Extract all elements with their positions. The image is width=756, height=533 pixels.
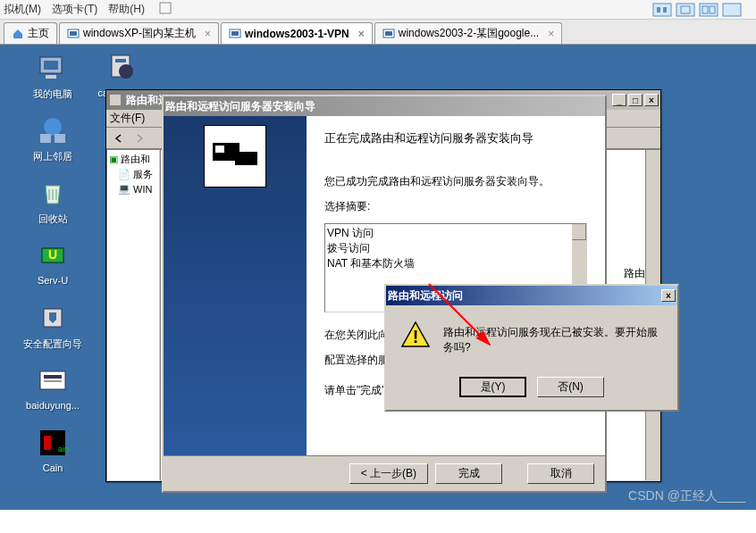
tab-winxp[interactable]: windowsXP-国内某主机 ×	[59, 22, 219, 44]
window-title: 路由和远程访问服务器安装向导	[165, 99, 603, 114]
svg-text:U: U	[48, 247, 57, 262]
svg-rect-20	[115, 59, 126, 62]
computer-icon	[37, 52, 69, 84]
tab-win2003-vpn[interactable]: windows2003-1-VPN ×	[221, 22, 373, 44]
home-icon	[12, 28, 24, 40]
back-button[interactable]	[110, 129, 128, 147]
tab-bar: 主页 windowsXP-国内某主机 × windows2003-1-VPN ×…	[0, 20, 756, 45]
svg-point-21	[119, 64, 133, 79]
icon-label: 回收站	[21, 212, 84, 226]
wizard-summary-label: 选择摘要:	[324, 198, 587, 214]
vm-icon	[382, 28, 395, 40]
wizard-titlebar[interactable]: 路由和远程访问服务器安装向导	[164, 96, 605, 116]
content-text-1: 路由	[624, 266, 645, 281]
svg-rect-1	[653, 4, 671, 16]
no-button[interactable]: 否(N)	[537, 377, 604, 397]
baiduyun-icon	[37, 364, 69, 396]
mmc-tree[interactable]: ▣ 路由和 📄 服务 💻 WIN	[106, 149, 160, 481]
svg-rect-17	[44, 61, 58, 70]
tree-item-win[interactable]: 💻 WIN	[109, 182, 157, 196]
svg-rect-11	[70, 31, 77, 36]
host-menubar: 拟机(M) 选项卡(T) 帮助(H)	[0, 0, 756, 20]
close-icon[interactable]: ×	[358, 28, 365, 40]
toolbar-btn-2[interactable]	[676, 3, 695, 17]
tab-home[interactable]: 主页	[4, 22, 57, 44]
icon-label: Serv-U	[21, 275, 84, 286]
guest-desktop[interactable]: 我的电脑 caipwb.exe 网上邻居 Ne 回收站 U Serv-U 安全配…	[0, 45, 756, 510]
svg-point-22	[44, 118, 62, 136]
wizard-footer: < 上一步(B) 完成 取消	[164, 455, 605, 491]
svg-text:ain: ain	[58, 445, 69, 454]
menu-vm[interactable]: 拟机(M)	[4, 2, 41, 17]
svg-rect-0	[160, 3, 171, 13]
servu-icon: U	[37, 239, 69, 271]
watermark: CSDN @正经人____	[628, 488, 745, 504]
window-title: 路由和远程访问	[388, 288, 661, 304]
svg-rect-2	[657, 7, 660, 12]
summary-item: VPN 访问	[327, 226, 584, 241]
minimize-button[interactable]: _	[612, 94, 626, 106]
svg-rect-3	[663, 7, 667, 12]
back-button[interactable]: < 上一步(B)	[349, 463, 428, 484]
wizard-line1: 您已成功完成路由和远程访问服务器安装向导。	[324, 173, 587, 189]
maximize-button[interactable]: □	[628, 94, 643, 106]
desktop-icon-network[interactable]: 网上邻居	[21, 114, 84, 163]
vm-icon	[67, 28, 80, 40]
icon-label: 我的电脑	[21, 87, 84, 101]
confirm-dialog[interactable]: 路由和远程访问 × ! 路由和远程访问服务现在已被安装。要开始服务吗? 是(Y)…	[384, 284, 679, 412]
toolbar-btn-1[interactable]	[652, 3, 672, 17]
tab-label: 主页	[28, 26, 49, 41]
icon-label: 网上邻居	[21, 150, 84, 163]
finish-button[interactable]: 完成	[435, 463, 502, 484]
close-button[interactable]: ×	[661, 289, 676, 302]
svg-rect-31	[44, 380, 62, 382]
vm-icon	[229, 28, 241, 40]
svg-rect-30	[44, 375, 62, 379]
cancel-button[interactable]: 取消	[527, 463, 594, 484]
desktop-icon-cain[interactable]: ain Cain	[21, 427, 84, 473]
desktop-icon-my-computer[interactable]: 我的电脑	[21, 52, 84, 101]
shield-icon	[37, 302, 69, 334]
close-button[interactable]: ×	[644, 94, 659, 106]
toolbar-btn-4[interactable]	[722, 3, 742, 17]
close-icon[interactable]: ×	[548, 28, 554, 40]
desktop-icon-servu[interactable]: U Serv-U	[21, 239, 84, 286]
svg-rect-33	[44, 436, 51, 450]
svg-text:!: !	[413, 327, 419, 346]
menu-file[interactable]: 文件(F)	[110, 111, 145, 126]
exe-icon	[106, 52, 139, 84]
icon-label: Cain	[21, 462, 84, 473]
recycle-icon	[37, 177, 69, 209]
toolbar-btn-3[interactable]	[699, 3, 718, 17]
svg-rect-38	[215, 146, 224, 153]
svg-rect-13	[231, 31, 239, 36]
warning-icon: !	[400, 320, 431, 350]
desktop-icon-baiduyun[interactable]: baiduyung...	[21, 364, 84, 411]
menu-tabs[interactable]: 选项卡(T)	[52, 2, 97, 17]
tab-label: windows2003-1-VPN	[245, 28, 349, 40]
forward-button[interactable]	[130, 129, 148, 147]
tree-root[interactable]: ▣ 路由和	[109, 152, 157, 167]
tab-win2003-google[interactable]: windows2003-2-某国google... ×	[374, 22, 562, 44]
msgbox-titlebar[interactable]: 路由和远程访问 ×	[386, 286, 677, 305]
svg-rect-23	[40, 134, 51, 143]
svg-rect-24	[55, 134, 65, 143]
dropdown-icon[interactable]	[159, 2, 172, 14]
svg-rect-4	[676, 4, 694, 16]
yes-button[interactable]: 是(Y)	[459, 377, 526, 397]
svg-rect-37	[235, 152, 257, 165]
summary-item: NAT 和基本防火墙	[327, 256, 584, 271]
network-icon	[37, 114, 69, 146]
svg-rect-18	[46, 75, 56, 79]
close-icon[interactable]: ×	[205, 28, 211, 40]
summary-item: 拨号访问	[327, 241, 584, 256]
wizard-sidebar	[164, 116, 307, 455]
menu-help[interactable]: 帮助(H)	[108, 2, 145, 17]
tab-label: windowsXP-国内某主机	[83, 26, 196, 41]
tab-label: windows2003-2-某国google...	[399, 26, 539, 41]
icon-label: 安全配置向导	[21, 337, 84, 351]
desktop-icon-security[interactable]: 安全配置向导	[21, 302, 84, 351]
tree-item-servers[interactable]: 📄 服务	[109, 167, 157, 182]
svg-rect-35	[110, 95, 121, 105]
desktop-icon-recycle[interactable]: 回收站	[21, 177, 84, 226]
